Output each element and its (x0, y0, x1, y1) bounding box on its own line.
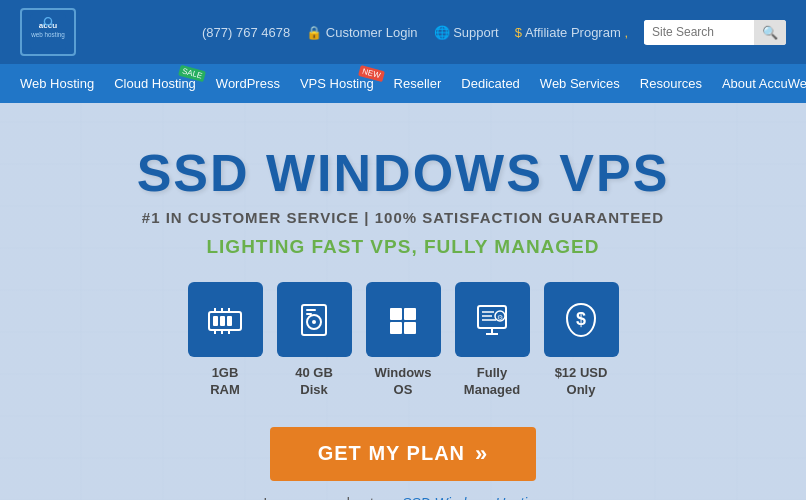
cta-arrows: » (475, 441, 488, 467)
svg-rect-22 (404, 308, 416, 320)
search-input[interactable] (644, 20, 754, 44)
svg-text:accu: accu (39, 21, 57, 30)
nav-bar: Web Hosting Cloud Hosting WordPress VPS … (0, 64, 806, 103)
feature-disk-label: 40 GB Disk (295, 365, 333, 399)
nav-dedicated[interactable]: Dedicated (451, 64, 530, 103)
ssd-windows-link[interactable]: SSD Windows Hosting (402, 495, 543, 500)
svg-text:⚙: ⚙ (497, 314, 503, 321)
nav-cloud-hosting[interactable]: Cloud Hosting (104, 64, 206, 103)
hero-section: SSD WINDOWS VPS #1 IN CUSTOMER SERVICE |… (0, 103, 806, 500)
feature-ram-icon (188, 282, 263, 357)
feature-windows: Windows OS (366, 282, 441, 399)
top-bar: accu web hosting (877) 767 4678 🔒 Custom… (0, 0, 806, 64)
nav-vps-hosting[interactable]: VPS Hosting (290, 64, 384, 103)
feature-price: $ $12 USD Only (544, 282, 619, 399)
features-row: 1GB RAM 40 GB Disk (20, 282, 786, 399)
feature-managed: ⚙ Fully Managed (455, 282, 530, 399)
feature-price-icon: $ (544, 282, 619, 357)
svg-rect-8 (220, 316, 225, 326)
svg-point-18 (312, 320, 316, 324)
svg-rect-20 (306, 313, 312, 315)
feature-disk-icon (277, 282, 352, 357)
nav-reseller[interactable]: Reseller (384, 64, 452, 103)
feature-managed-icon: ⚙ (455, 282, 530, 357)
svg-text:$: $ (576, 309, 586, 329)
svg-rect-19 (306, 309, 316, 311)
affiliate-link[interactable]: $ Affiliate Program , (515, 25, 628, 40)
logo-icon: accu web hosting (30, 14, 66, 50)
feature-windows-icon (366, 282, 441, 357)
feature-windows-label: Windows OS (375, 365, 432, 399)
logo-box: accu web hosting (20, 8, 76, 56)
search-button[interactable]: 🔍 (754, 20, 786, 45)
svg-text:web hosting: web hosting (30, 31, 65, 39)
svg-rect-23 (390, 322, 402, 334)
svg-rect-24 (404, 322, 416, 334)
feature-disk: 40 GB Disk (277, 282, 352, 399)
feature-price-label: $12 USD Only (555, 365, 608, 399)
top-links: (877) 767 4678 🔒 Customer Login 🌐 Suppor… (202, 20, 786, 45)
svg-rect-9 (227, 316, 232, 326)
hero-tagline: LIGHTING FAST VPS, FULLY MANAGED (20, 236, 786, 258)
hero-subtitle: #1 IN CUSTOMER SERVICE | 100% SATISFACTI… (20, 209, 786, 226)
nav-about[interactable]: About AccuWeb (712, 64, 806, 103)
support-link[interactable]: 🌐 Support (434, 25, 499, 40)
cta-button[interactable]: GET MY PLAN » (270, 427, 537, 481)
search-box: 🔍 (644, 20, 786, 45)
svg-rect-21 (390, 308, 402, 320)
feature-ram-label: 1GB RAM (210, 365, 240, 399)
cta-label: GET MY PLAN (318, 442, 465, 465)
hero-learn-more: Learn more about our SSD Windows Hosting (20, 495, 786, 500)
nav-resources[interactable]: Resources (630, 64, 712, 103)
svg-rect-7 (213, 316, 218, 326)
customer-login-link[interactable]: 🔒 Customer Login (306, 25, 417, 40)
logo-area: accu web hosting (20, 8, 76, 56)
nav-wordpress[interactable]: WordPress (206, 64, 290, 103)
nav-web-services[interactable]: Web Services (530, 64, 630, 103)
phone-link[interactable]: (877) 767 4678 (202, 25, 290, 40)
nav-web-hosting[interactable]: Web Hosting (10, 64, 104, 103)
feature-managed-label: Fully Managed (464, 365, 520, 399)
hero-title: SSD WINDOWS VPS (20, 143, 786, 203)
feature-ram: 1GB RAM (188, 282, 263, 399)
